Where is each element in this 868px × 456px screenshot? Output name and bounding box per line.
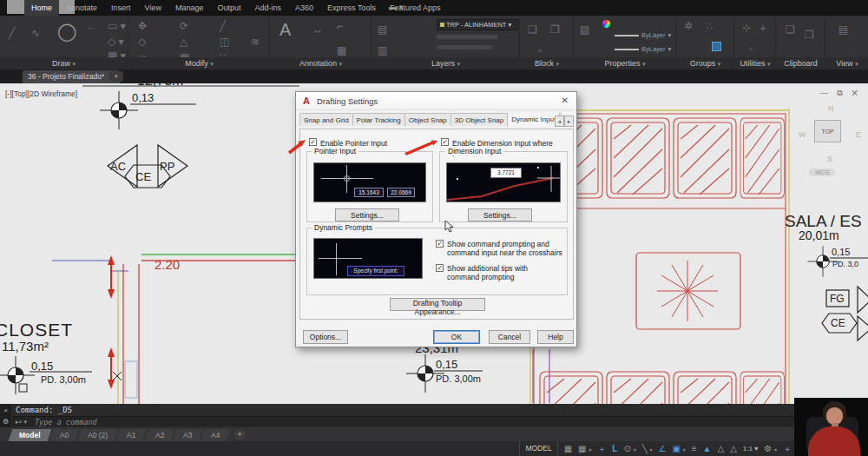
workspace-gear-icon[interactable]: ⚙ ▾	[764, 445, 777, 453]
panel-label-utilities[interactable]: Utilities ▾	[735, 57, 775, 69]
new-layout-button[interactable]: +	[234, 429, 246, 440]
customization-icon[interactable]: ＋	[783, 445, 792, 453]
command-line-panel: × ⚙ Command: _DS ▸× ▾ Type a command	[0, 404, 868, 427]
panel-label-block[interactable]: Block ▾	[521, 57, 573, 69]
lineweight-icon[interactable]: ≡	[692, 445, 697, 453]
panel-label-draw[interactable]: Draw ▾	[0, 57, 128, 69]
viewcube-north[interactable]: N	[828, 104, 834, 113]
sala-level-label: 0,15	[832, 247, 850, 257]
tab-3d-object-snap[interactable]: 3D Object Snap	[450, 113, 508, 126]
dimension-settings-button[interactable]: Settings...	[468, 208, 532, 221]
ortho-mode-icon[interactable]: L	[612, 445, 617, 453]
viewcube-east[interactable]: E	[856, 130, 861, 139]
panel-layers: ▤ ▥ TRP - ALINHAMENT ▾ Layers ▾	[372, 16, 520, 69]
group-edit-icon[interactable]	[712, 42, 721, 51]
center-ceiling-label: PD. 3,00m	[436, 373, 481, 384]
panel-label-annotation[interactable]: Annotation ▾	[271, 57, 371, 69]
tab-scroll-arrows[interactable]: ◂▸	[555, 116, 574, 127]
drawing-file-tab[interactable]: 36 - Projeto Finalizado*✕	[23, 70, 120, 83]
viewcube-south[interactable]: S	[827, 155, 832, 163]
viewport-window-controls[interactable]: — ⧉ ✕	[820, 89, 861, 98]
viewport-controls-label[interactable]: [-][Top][2D Wireframe]	[5, 89, 77, 98]
panel-label-clipboard[interactable]: Clipboard	[777, 57, 825, 69]
tab-scroll-left-icon: ◂	[555, 116, 564, 127]
isometric-drafting-icon[interactable]: ╲ ▾	[642, 445, 653, 453]
drafting-settings-dialog: A Drafting Settings ✕ Snap and GridPolar…	[295, 91, 577, 347]
linetype-dropdown[interactable]: ByLayer▾	[615, 31, 671, 39]
layer-selector-dropdown[interactable]: TRP - ALINHAMENT ▾	[437, 19, 518, 30]
panel-properties: ▨ ByLayer▾ ByLayer▾ Properties ▾	[575, 16, 676, 69]
tab-dynamic-input[interactable]: Dynamic Input	[507, 113, 560, 127]
object-snap-icon[interactable]: ▣ ▾	[672, 445, 685, 453]
ribbon-tab-a360[interactable]: A360	[288, 0, 320, 16]
dialog-close-icon[interactable]: ✕	[562, 96, 569, 105]
layout-tab-model[interactable]: Model	[9, 429, 51, 441]
close-command-icon[interactable]: ×	[0, 406, 11, 414]
panel-label-properties[interactable]: Properties ▾	[575, 57, 675, 69]
layout-tab-a1[interactable]: A1	[116, 429, 147, 441]
tab-polar-tracking[interactable]: Polar Tracking	[352, 113, 405, 126]
command-input[interactable]: ▸× ▾ Type a command	[12, 416, 793, 426]
panel-label-modify[interactable]: Modify ▾	[129, 57, 269, 69]
color-wheel-icon[interactable]	[602, 20, 610, 28]
pointer-x-value: 15.1643	[354, 188, 384, 197]
options-button[interactable]: Options...	[303, 330, 348, 344]
snap-mode-icon[interactable]: ▦ ▾	[578, 445, 591, 453]
closet-area-label: 11,73m²	[2, 339, 49, 354]
dialog-title-bar[interactable]: A Drafting Settings ✕	[296, 92, 576, 110]
ribbon-tab-view[interactable]: View	[138, 0, 168, 16]
show-tips-checkbox[interactable]: ✓	[436, 264, 444, 272]
layout-tab-a0-2[interactable]: A0 (2)	[77, 429, 119, 441]
layout-tab-a2[interactable]: A2	[144, 429, 174, 441]
autoscale-icon[interactable]: △	[717, 445, 724, 453]
recent-commands-icon[interactable]: ▸× ▾	[16, 419, 27, 426]
panel-label-groups[interactable]: Groups ▾	[677, 57, 733, 69]
help-button[interactable]: Help	[537, 330, 574, 344]
layout-tab-a3[interactable]: A3	[173, 429, 203, 441]
show-command-checkbox[interactable]: ✓	[436, 240, 444, 248]
tab-object-snap[interactable]: Object Snap	[404, 113, 451, 126]
grid-display-icon[interactable]: ▦	[564, 445, 572, 453]
customize-command-icon[interactable]: ⚙	[0, 418, 11, 426]
new-drawing-tab-button[interactable]: +	[109, 71, 123, 82]
tooltip-appearance-button[interactable]: Drafting Tooltip Appearance...	[390, 298, 485, 311]
model-space-toggle[interactable]: MODEL	[519, 442, 557, 455]
show-command-label: Show command prompting and command input…	[447, 240, 567, 257]
ribbon-tab-addins[interactable]: Add-ins	[247, 0, 288, 16]
ribbon-tab-express-tools[interactable]: Express Tools	[320, 0, 383, 16]
ribbon-tab-home[interactable]: Home	[24, 0, 59, 16]
dim-label-red: 2.20	[155, 257, 180, 272]
annotation-scale-person-icon[interactable]: △	[730, 445, 737, 453]
ribbon-tab-annotate[interactable]: Annotate	[59, 0, 104, 16]
viewcube-west[interactable]: W	[799, 130, 806, 139]
show-tips-label: Show additional tips with command prompt…	[447, 264, 560, 281]
viewcube-top-face[interactable]: TOP	[814, 120, 841, 142]
annotation-scale-value[interactable]: 1:1 ▾	[743, 445, 758, 453]
lineweight-dropdown[interactable]: ByLayer▾	[615, 45, 671, 53]
cancel-button[interactable]: Cancel	[489, 330, 530, 344]
enable-dimension-checkbox[interactable]: ✓	[441, 138, 449, 146]
ok-button[interactable]: OK	[433, 330, 480, 344]
ribbon-options-icon[interactable]: ▬ ▾	[389, 3, 403, 11]
panel-label-view[interactable]: View ▾	[826, 57, 868, 69]
annotation-visibility-icon[interactable]: ▲	[703, 445, 712, 453]
ribbon-tab-insert[interactable]: Insert	[104, 0, 138, 16]
enable-pointer-checkbox[interactable]: ✓	[309, 138, 317, 146]
object-snap-tracking-icon[interactable]: ∠	[658, 445, 666, 453]
tab-snap-and-grid[interactable]: Snap and Grid	[299, 113, 353, 126]
dimension-input-preview: 3.7721	[446, 162, 561, 202]
layout-tab-a4[interactable]: A4	[201, 429, 231, 441]
webcam-overlay	[794, 398, 868, 456]
polar-tracking-icon[interactable]: ⊙ ▾	[623, 445, 635, 453]
closet-ceiling-label: PD. 3,00m	[41, 374, 86, 385]
tag-ac-label: AC	[110, 160, 126, 173]
layout-tab-a0[interactable]: A0	[49, 429, 79, 441]
ribbon: ╱ ∿ ◯ ⌒ ▭ ▾ ◇ ▾ ▦ ▾ Draw ▾ ✥ ◇ ▱ ⟳ △ ▦ ╱…	[0, 16, 868, 69]
dim-label-top: 12,73m	[137, 83, 183, 89]
ribbon-tab-manage[interactable]: Manage	[168, 0, 211, 16]
viewcube-wcs-menu[interactable]: WCS	[809, 169, 835, 176]
ribbon-tab-output[interactable]: Output	[210, 0, 247, 16]
panel-label-layers[interactable]: Layers ▾	[372, 57, 519, 69]
pointer-settings-button[interactable]: Settings...	[335, 208, 399, 221]
dynamic-input-icon[interactable]: ＋	[597, 445, 606, 453]
